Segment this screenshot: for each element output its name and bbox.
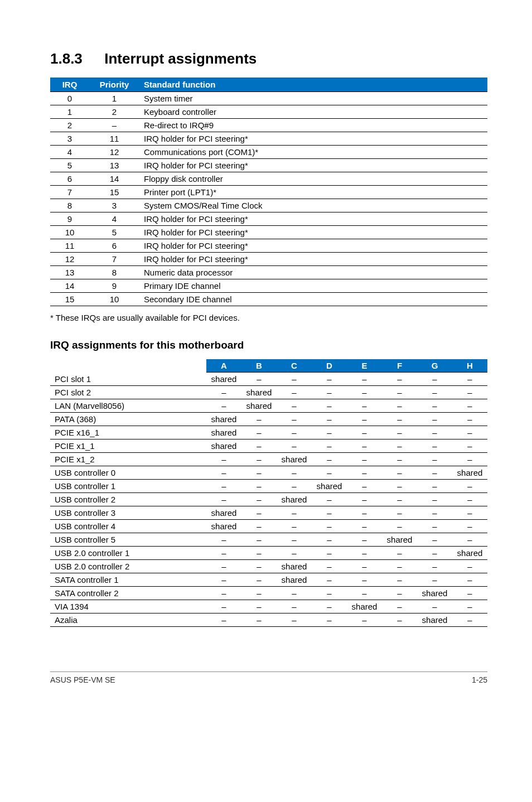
row-label: USB 2.0 controller 2 — [50, 560, 206, 573]
assign-header-f: F — [382, 359, 417, 373]
assign-header-a: A — [206, 359, 241, 373]
cell-value: – — [347, 373, 382, 386]
cell-value: – — [277, 413, 312, 426]
cell-value: – — [241, 373, 277, 386]
row-label: PCI slot 1 — [50, 373, 206, 386]
row-label: SATA controller 2 — [50, 587, 206, 600]
cell-value: – — [417, 399, 452, 413]
function-value: IRQ holder for PCI steering* — [139, 253, 487, 266]
table-row: 01System timer — [50, 92, 487, 105]
row-label: USB controller 1 — [50, 480, 206, 493]
row-label: PCIE x16_1 — [50, 426, 206, 439]
cell-value: – — [417, 480, 452, 493]
cell-value: shared — [206, 439, 241, 453]
irq-value: 0 — [50, 92, 89, 105]
cell-value: – — [347, 506, 382, 520]
cell-value: shared — [452, 466, 487, 480]
cell-value: – — [206, 587, 241, 600]
cell-value: shared — [206, 506, 241, 520]
table-row: USB controller 2––shared––––– — [50, 493, 487, 506]
cell-value: – — [452, 560, 487, 573]
row-label: USB controller 3 — [50, 506, 206, 520]
function-value: IRQ holder for PCI steering* — [139, 159, 487, 172]
cell-value: – — [206, 466, 241, 480]
table-row: SATA controller 1––shared––––– — [50, 573, 487, 587]
table-row: 12Keyboard controller — [50, 105, 487, 119]
priority-value: 4 — [89, 212, 139, 226]
row-label: PATA (368) — [50, 413, 206, 426]
priority-value: – — [89, 119, 139, 132]
priority-value: 11 — [89, 132, 139, 146]
cell-value: – — [241, 600, 277, 613]
cell-value: – — [382, 399, 417, 413]
priority-value: 12 — [89, 146, 139, 159]
cell-value: shared — [206, 426, 241, 439]
cell-value: – — [347, 587, 382, 600]
table-row: VIA 1394––––shared––– — [50, 600, 487, 613]
cell-value: – — [347, 480, 382, 493]
table-row: USB controller 4shared––––––– — [50, 520, 487, 533]
priority-value: 13 — [89, 159, 139, 172]
cell-value: – — [417, 453, 452, 466]
cell-value: shared — [277, 560, 312, 573]
cell-value: – — [417, 600, 452, 613]
priority-value: 5 — [89, 226, 139, 239]
cell-value: – — [347, 466, 382, 480]
cell-value: – — [241, 560, 277, 573]
irq-value: 11 — [50, 239, 89, 253]
cell-value: – — [417, 547, 452, 560]
irq-value: 5 — [50, 159, 89, 172]
priority-value: 3 — [89, 199, 139, 212]
priority-value: 7 — [89, 253, 139, 266]
table-row: 83System CMOS/Real Time Clock — [50, 199, 487, 212]
cell-value: shared — [417, 613, 452, 627]
table-row: 513IRQ holder for PCI steering* — [50, 159, 487, 172]
cell-value: shared — [206, 520, 241, 533]
cell-value: – — [312, 547, 347, 560]
cell-value: – — [312, 399, 347, 413]
irq-value: 3 — [50, 132, 89, 146]
cell-value: – — [241, 426, 277, 439]
cell-value: – — [277, 587, 312, 600]
table-row: PCIE x1_1shared––––––– — [50, 439, 487, 453]
subsection-heading: IRQ assignments for this motherboard — [50, 339, 487, 351]
cell-value: – — [277, 466, 312, 480]
cell-value: – — [382, 587, 417, 600]
cell-value: – — [277, 439, 312, 453]
cell-value: – — [347, 439, 382, 453]
row-label: USB controller 4 — [50, 520, 206, 533]
cell-value: – — [206, 480, 241, 493]
table-row: PCI slot 1shared––––––– — [50, 373, 487, 386]
cell-value: – — [382, 573, 417, 587]
table-row: PCIE x16_1shared––––––– — [50, 426, 487, 439]
cell-value: – — [277, 506, 312, 520]
cell-value: – — [206, 560, 241, 573]
cell-value: – — [277, 386, 312, 399]
cell-value: – — [452, 373, 487, 386]
priority-value: 14 — [89, 172, 139, 186]
irq-value: 13 — [50, 266, 89, 279]
cell-value: – — [312, 520, 347, 533]
cell-value: – — [452, 426, 487, 439]
cell-value: – — [312, 453, 347, 466]
function-value: IRQ holder for PCI steering* — [139, 226, 487, 239]
cell-value: – — [277, 547, 312, 560]
cell-value: – — [452, 587, 487, 600]
footer-right: 1-25 — [472, 675, 487, 684]
irq-value: 4 — [50, 146, 89, 159]
row-label: PCIE x1_1 — [50, 439, 206, 453]
row-label: USB 2.0 controller 1 — [50, 547, 206, 560]
table-row: 412Communications port (COM1)* — [50, 146, 487, 159]
table-row: 116IRQ holder for PCI steering* — [50, 239, 487, 253]
table-row: 2–Re-direct to IRQ#9 — [50, 119, 487, 132]
function-value: Secondary IDE channel — [139, 293, 487, 306]
cell-value: – — [417, 466, 452, 480]
cell-value: shared — [382, 533, 417, 547]
cell-value: – — [347, 493, 382, 506]
row-label: LAN (Marvell8056) — [50, 399, 206, 413]
table-row: USB controller 5–––––shared–– — [50, 533, 487, 547]
cell-value: – — [452, 520, 487, 533]
table-row: 715Printer port (LPT1)* — [50, 186, 487, 199]
row-label: VIA 1394 — [50, 600, 206, 613]
table-row: 1510Secondary IDE channel — [50, 293, 487, 306]
